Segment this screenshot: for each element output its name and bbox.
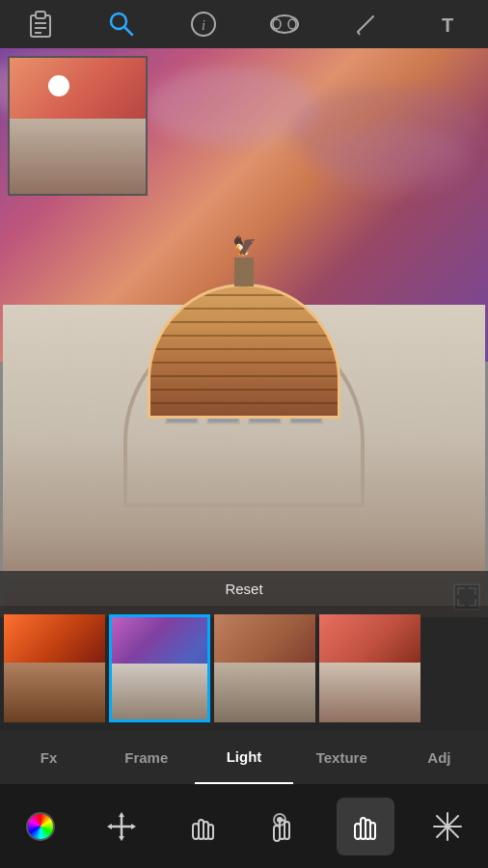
svg-marker-20 <box>131 824 136 829</box>
svg-text:T: T <box>442 14 453 36</box>
filter-thumb-cool[interactable] <box>109 614 210 722</box>
thumbnail-preview <box>8 56 148 196</box>
clipboard-icon[interactable] <box>23 7 58 41</box>
filter-thumb-warm[interactable] <box>4 614 105 722</box>
text-icon[interactable]: T <box>430 7 465 41</box>
reset-bar[interactable]: Reset <box>0 571 488 606</box>
touch-tool[interactable] <box>337 798 394 855</box>
filter-strip <box>0 606 488 731</box>
move-icon <box>106 811 137 842</box>
tab-frame[interactable]: Frame <box>97 731 195 784</box>
svg-marker-19 <box>107 824 112 829</box>
svg-marker-17 <box>119 812 124 817</box>
svg-rect-29 <box>285 822 289 839</box>
search-icon[interactable] <box>104 7 139 41</box>
color-wheel-tool[interactable] <box>12 798 69 855</box>
canvas-area[interactable]: 🦅 <box>0 48 488 617</box>
thumbnail-building <box>10 119 146 194</box>
svg-point-11 <box>288 19 296 29</box>
sparkle-icon <box>432 811 463 842</box>
filter-thumb-vivid[interactable] <box>319 614 420 722</box>
svg-rect-33 <box>370 823 375 839</box>
tab-texture[interactable]: Texture <box>293 731 391 784</box>
reset-label: Reset <box>225 581 262 597</box>
colorpick-icon <box>270 810 299 843</box>
move-tool[interactable] <box>93 798 150 855</box>
color-wheel-icon <box>26 812 55 841</box>
tab-fx[interactable]: Fx <box>0 731 97 784</box>
svg-rect-24 <box>208 825 213 839</box>
filter-thumb-normal[interactable] <box>214 614 315 722</box>
hand-tool[interactable] <box>175 798 232 855</box>
svg-marker-18 <box>119 836 124 841</box>
svg-point-9 <box>271 15 298 33</box>
pen-icon[interactable] <box>348 7 383 41</box>
svg-rect-1 <box>36 12 45 18</box>
mask-icon[interactable] <box>267 7 302 41</box>
color-pick-tool[interactable] <box>256 798 313 855</box>
svg-point-10 <box>273 19 281 29</box>
cloud-4 <box>314 125 469 193</box>
dome-statue: 🦅 <box>232 234 257 258</box>
tab-bar: Fx Frame Light Texture Adj <box>0 731 488 784</box>
top-toolbar: i T <box>0 0 488 48</box>
svg-line-12 <box>358 16 373 32</box>
svg-line-13 <box>358 32 360 35</box>
dome-top: 🦅 <box>234 258 254 286</box>
touch-icon <box>351 810 380 843</box>
tab-adj[interactable]: Adj <box>391 731 488 784</box>
svg-line-6 <box>124 27 132 35</box>
sparkle-tool[interactable] <box>419 798 476 855</box>
info-icon[interactable]: i <box>186 7 221 41</box>
svg-text:i: i <box>202 18 205 33</box>
tab-light[interactable]: Light <box>195 731 292 784</box>
thumbnail-sun <box>48 75 69 96</box>
bottom-toolbar <box>0 784 488 868</box>
hand-icon <box>189 810 218 843</box>
